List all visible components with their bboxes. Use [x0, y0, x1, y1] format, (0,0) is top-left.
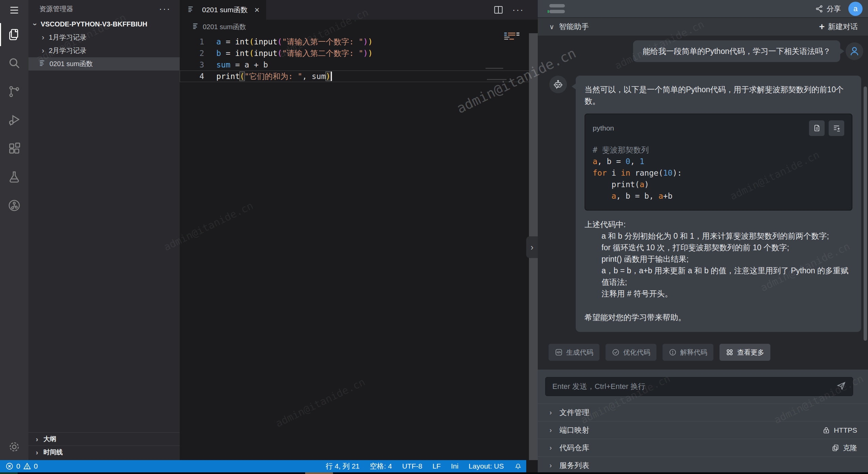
clone-button[interactable]: 克隆 [831, 443, 857, 453]
remote-explorer-icon[interactable] [0, 191, 28, 220]
panel-resize-strip[interactable]: › [529, 33, 538, 460]
assistant-message-bubble: 当然可以，以下是一个简单的Python代码，用于求解斐波那契数列的前10个数。 … [576, 76, 861, 332]
outline-section[interactable]: › 大纲 [28, 432, 180, 446]
chevron-right-icon: › [39, 46, 47, 55]
tree-root-folder[interactable]: › VSCODE-PYTHON-V3-BKFFBIUH [28, 18, 180, 31]
explanation-item: for 循环迭代 10 次，打印斐波那契数列的前 10 个数字; [585, 242, 852, 253]
assistant-closing: 希望能对您的学习带来帮助。 [585, 312, 852, 323]
optimize-code-button[interactable]: 优化代码 [606, 344, 656, 361]
send-icon[interactable] [836, 381, 846, 392]
code-editor[interactable]: 1a = int(input("请输入第一个数字: "))2b = int(in… [180, 34, 538, 82]
copy-code-button[interactable] [809, 120, 825, 136]
extensions-icon[interactable] [0, 134, 28, 163]
share-icon [815, 5, 823, 13]
language-mode[interactable]: Ini [451, 462, 458, 470]
eol-sequence[interactable]: LF [432, 462, 441, 470]
code-icon [555, 348, 563, 356]
warnings-count: 0 [34, 462, 38, 470]
copy-icon [812, 124, 821, 133]
minimap[interactable] [504, 33, 520, 41]
generate-code-button[interactable]: 生成代码 [549, 344, 599, 361]
activity-bar [0, 0, 28, 460]
chat-input-strip: Enter 发送，Ctrl+Enter 换行 [538, 370, 868, 403]
chevron-right-icon: › [547, 444, 555, 452]
panel-menu-icon[interactable] [549, 4, 565, 13]
assistant-panel: 分享 a ∨ 智能助手 + 新建对话 能给我一段简单的Python代码，学习一下… [538, 0, 868, 474]
editor-tab-bar: 0201 sum函数 × ··· [180, 0, 538, 20]
user-avatar [846, 42, 863, 60]
encoding[interactable]: UTF-8 [402, 462, 422, 470]
explorer-more-icon[interactable]: ··· [159, 4, 171, 14]
file-lines-icon [192, 22, 199, 32]
code-language-label: python [593, 122, 614, 134]
https-badge[interactable]: HTTPS [822, 426, 857, 434]
explanation-title: 上述代码中: [585, 219, 852, 230]
chat-scrollbar[interactable] [864, 86, 867, 341]
problems-status[interactable]: 0 0 [0, 462, 38, 470]
code-repo-section[interactable]: › 代码仓库 克隆 [538, 439, 868, 456]
tree-item-folder[interactable]: › 2月学习记录 [28, 44, 180, 57]
code-block-card: python # 斐波那契数列a, b = 0, 1for i in rang [585, 114, 852, 211]
sidebar-bottom-sections: › 大纲 › 时间线 [28, 432, 180, 459]
status-right-group: 行 4, 列 21 空格: 4 UTF-8 LF Ini Layout: US [326, 461, 526, 471]
app-window: 资源管理器 ··· › VSCODE-PYTHON-V3-BKFFBIUH › … [0, 0, 868, 474]
new-chat-button[interactable]: + 新建对话 [819, 21, 858, 32]
file-lines-icon [39, 59, 46, 68]
timeline-section[interactable]: › 时间线 [28, 446, 180, 459]
user-message-bubble: 能给我一段简单的Python代码，学习一下相关语法吗？ [633, 40, 840, 62]
port-mapping-section[interactable]: › 端口映射 HTTPS [538, 421, 868, 439]
run-debug-icon[interactable] [0, 106, 28, 134]
tab-title: 0201 sum函数 [202, 5, 248, 15]
assistant-header: ∨ 智能助手 + 新建对话 [538, 18, 868, 36]
explorer-title: 资源管理器 [39, 4, 73, 14]
user-message-row: 能给我一段简单的Python代码，学习一下相关语法吗？ [549, 40, 863, 62]
search-icon[interactable] [0, 49, 28, 77]
tab-active[interactable]: 0201 sum函数 × [180, 0, 266, 20]
exclamation-circle-icon [669, 348, 677, 356]
tree-item-folder[interactable]: › 1月学习记录 [28, 31, 180, 44]
indentation[interactable]: 空格: 4 [370, 461, 392, 471]
chevron-right-icon: › [547, 426, 555, 434]
insert-code-button[interactable] [829, 120, 844, 136]
assistant-explanation: 上述代码中: a 和 b 分别初始化为 0 和 1，用来计算斐波那契数列的前两个… [585, 219, 852, 299]
decorative-mark [487, 79, 507, 80]
file-management-section[interactable]: › 文件管理 [538, 403, 868, 421]
menu-icon[interactable] [0, 0, 28, 20]
lock-icon [822, 426, 830, 434]
share-button[interactable]: 分享 [815, 4, 841, 14]
plus-icon: + [819, 21, 825, 32]
breadcrumb[interactable]: 0201 sum函数 [180, 20, 538, 34]
tree-item-file-selected[interactable]: 0201 sum函数 [28, 57, 180, 71]
editor-actions: ··· [493, 0, 538, 20]
quick-actions-row: 生成代码 优化代码 解释代码 查看更多 [549, 344, 770, 361]
test-flask-icon[interactable] [0, 163, 28, 191]
tab-close-icon[interactable]: × [254, 5, 259, 15]
check-circle-icon [612, 348, 620, 356]
explorer-header: 资源管理器 ··· [28, 0, 180, 18]
settings-gear-icon[interactable] [0, 433, 28, 461]
cursor-position[interactable]: 行 4, 列 21 [326, 461, 359, 471]
assistant-title: 智能助手 [559, 22, 589, 32]
keyboard-layout[interactable]: Layout: US [469, 462, 504, 470]
notifications-bell-icon[interactable] [514, 461, 522, 471]
avatar[interactable]: a [848, 2, 863, 16]
chevron-right-icon: › [531, 242, 534, 253]
explain-code-button[interactable]: 解释代码 [663, 344, 713, 361]
expand-panel-handle[interactable]: › [526, 236, 538, 258]
explorer-files-icon[interactable] [0, 20, 28, 49]
chevron-right-icon: › [547, 409, 555, 416]
errors-count: 0 [16, 462, 20, 470]
code-block-content[interactable]: # 斐波那契数列a, b = 0, 1for i in range(10): p… [593, 144, 844, 202]
source-control-icon[interactable] [0, 77, 28, 106]
chat-input[interactable]: Enter 发送，Ctrl+Enter 换行 [545, 377, 853, 396]
chevron-right-icon: › [33, 449, 41, 456]
split-editor-icon[interactable] [493, 5, 504, 15]
insert-lines-icon [832, 124, 841, 133]
bottom-seg [0, 472, 18, 474]
view-more-button[interactable]: 查看更多 [719, 344, 770, 361]
service-list-section[interactable]: › 服务列表 [538, 456, 868, 474]
warnings-icon [23, 462, 31, 470]
chevron-right-icon: › [39, 33, 47, 42]
explanation-item: a 和 b 分别初始化为 0 和 1，用来计算斐波那契数列的前两个数字; [585, 230, 852, 242]
editor-more-icon[interactable]: ··· [512, 5, 524, 15]
